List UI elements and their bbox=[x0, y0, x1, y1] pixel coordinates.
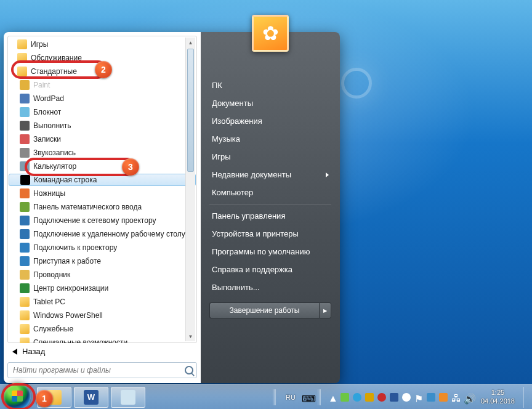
folder-tablet-pc[interactable]: Tablet PC bbox=[9, 295, 196, 309]
label: WordPad bbox=[33, 94, 64, 103]
word-icon: W bbox=[84, 390, 99, 405]
folder-accessibility[interactable]: Специальные возможности bbox=[9, 336, 196, 343]
clock-time: 1:25 bbox=[481, 389, 515, 397]
link-default-programs[interactable]: Программы по умолчанию bbox=[209, 243, 331, 261]
program-sound-recorder[interactable]: Звукозапись bbox=[9, 146, 196, 160]
back-label: Назад bbox=[22, 347, 45, 356]
notepad-icon bbox=[121, 390, 135, 405]
label: Стандартные bbox=[31, 67, 77, 76]
link-control-panel[interactable]: Панель управления bbox=[209, 207, 331, 225]
label: Командная строка bbox=[34, 176, 97, 184]
label: Tablet PC bbox=[33, 298, 65, 306]
tray-shield-icon[interactable] bbox=[365, 393, 374, 402]
tray-avast-icon[interactable] bbox=[439, 393, 448, 402]
label: Специальные возможности bbox=[33, 338, 127, 343]
tray-chevron-icon[interactable]: ▲ bbox=[328, 393, 337, 402]
folder-powershell[interactable]: Windows PowerShell bbox=[9, 309, 196, 322]
program-snipping-tool[interactable]: Ножницы bbox=[9, 187, 196, 200]
search-icon bbox=[185, 366, 193, 375]
label: Ножницы bbox=[33, 189, 65, 198]
tray-hp-icon[interactable] bbox=[377, 393, 386, 402]
network-icon[interactable]: 🖧 bbox=[451, 393, 460, 402]
label: Панель математического ввода bbox=[33, 203, 142, 211]
annotation-badge-3: 3 bbox=[122, 158, 139, 176]
label: Подключить к проектору bbox=[33, 243, 117, 252]
user-avatar[interactable]: ✿ bbox=[252, 15, 289, 52]
scroll-down-icon[interactable]: ▼ bbox=[186, 331, 195, 341]
tray-app-icon[interactable] bbox=[341, 393, 349, 402]
taskbar-word[interactable]: W bbox=[74, 387, 108, 408]
start-menu-left: Игры Обслуживание Стандартные Paint Word… bbox=[4, 32, 201, 383]
program-notepad[interactable]: Блокнот bbox=[9, 105, 196, 119]
program-sync-center[interactable]: Центр синхронизации bbox=[9, 281, 196, 295]
start-menu: Игры Обслуживание Стандартные Paint Word… bbox=[4, 32, 340, 383]
label: Приступая к работе bbox=[33, 257, 101, 265]
program-explorer[interactable]: Проводник bbox=[9, 268, 196, 281]
search-box[interactable] bbox=[7, 362, 197, 378]
volume-icon[interactable]: 🔊 bbox=[464, 393, 472, 402]
show-desktop-button[interactable] bbox=[523, 387, 528, 408]
annotation-badge-2: 2 bbox=[95, 61, 112, 78]
label: Подключение к сетевому проектору bbox=[33, 216, 156, 225]
flower-icon: ✿ bbox=[262, 22, 279, 45]
link-pictures[interactable]: Изображения bbox=[209, 112, 331, 130]
pinned-apps: W bbox=[37, 387, 145, 408]
program-wordpad[interactable]: WordPad bbox=[9, 92, 196, 105]
link-user-folder[interactable]: ПК bbox=[209, 76, 331, 94]
label: Выполнить bbox=[33, 121, 71, 130]
action-center-icon[interactable]: ⚑ bbox=[414, 393, 423, 402]
program-connect-projector[interactable]: Подключить к проектору bbox=[9, 241, 196, 254]
grip-icon bbox=[273, 389, 276, 405]
taskbar-notepad[interactable] bbox=[111, 387, 145, 408]
annotation-badge-1: 1 bbox=[36, 390, 53, 407]
start-button[interactable] bbox=[4, 383, 31, 410]
language-indicator[interactable]: RU bbox=[283, 392, 298, 402]
search-input[interactable] bbox=[7, 362, 197, 378]
link-devices[interactable]: Устройства и принтеры bbox=[209, 225, 331, 243]
link-help[interactable]: Справка и поддержка bbox=[209, 261, 331, 278]
grip-icon bbox=[318, 389, 321, 405]
shutdown-group: Завершение работы ▶ bbox=[209, 302, 331, 318]
program-math-input[interactable]: Панель математического ввода bbox=[9, 200, 196, 214]
all-programs-list: Игры Обслуживание Стандартные Paint Word… bbox=[7, 36, 197, 343]
program-calculator[interactable]: Калькулятор bbox=[9, 160, 196, 173]
system-tray: RU ⌨ ▲ ⚑ 🖧 🔊 1:25 04.04.2018 bbox=[269, 387, 528, 408]
wallpaper-element bbox=[341, 68, 372, 99]
folder-games[interactable]: Игры bbox=[9, 38, 196, 51]
link-recent[interactable]: Недавние документы bbox=[209, 166, 331, 184]
program-command-prompt[interactable]: Командная строка bbox=[9, 174, 196, 186]
link-run[interactable]: Выполнить... bbox=[209, 278, 331, 296]
shutdown-options-button[interactable]: ▶ bbox=[319, 302, 331, 318]
taskbar: W RU ⌨ ▲ ⚑ 🖧 🔊 1:25 04.04.2018 bbox=[0, 384, 532, 409]
label: Центр синхронизации bbox=[33, 284, 108, 293]
clock[interactable]: 1:25 04.04.2018 bbox=[476, 389, 520, 405]
folder-system-tools[interactable]: Служебные bbox=[9, 322, 196, 336]
label: Подключение к удаленному рабочему столу bbox=[33, 230, 185, 238]
label: Служебные bbox=[33, 325, 73, 333]
scroll-up-icon[interactable]: ▲ bbox=[186, 38, 195, 47]
back-button[interactable]: Назад bbox=[7, 343, 197, 361]
scroll-thumb[interactable] bbox=[187, 49, 194, 172]
program-run[interactable]: Выполнить bbox=[9, 119, 196, 132]
shutdown-button[interactable]: Завершение работы bbox=[209, 302, 319, 318]
link-music[interactable]: Музыка bbox=[209, 130, 331, 148]
program-remote-desktop[interactable]: Подключение к удаленному рабочему столу bbox=[9, 227, 196, 241]
label: Блокнот bbox=[33, 108, 61, 116]
tray-app2-icon[interactable] bbox=[427, 393, 435, 402]
program-network-projector[interactable]: Подключение к сетевому проектору bbox=[9, 214, 196, 227]
program-sticky-notes[interactable]: Записки bbox=[9, 132, 196, 146]
label: Paint bbox=[33, 81, 50, 89]
link-documents[interactable]: Документы bbox=[209, 94, 331, 112]
tray-telegram-icon[interactable] bbox=[353, 393, 361, 402]
tray-info-icon[interactable] bbox=[402, 393, 411, 402]
label: Windows PowerShell bbox=[33, 311, 103, 320]
label: Обслуживание bbox=[31, 54, 82, 62]
link-computer[interactable]: Компьютер bbox=[209, 184, 331, 201]
program-paint[interactable]: Paint bbox=[9, 78, 196, 92]
link-games[interactable]: Игры bbox=[209, 148, 331, 166]
keyboard-icon[interactable]: ⌨ bbox=[302, 393, 310, 402]
program-getting-started[interactable]: Приступая к работе bbox=[9, 254, 196, 268]
scrollbar[interactable]: ▲ ▼ bbox=[185, 38, 195, 341]
tray-mail-icon[interactable] bbox=[390, 393, 398, 402]
chevron-right-icon bbox=[326, 172, 329, 177]
